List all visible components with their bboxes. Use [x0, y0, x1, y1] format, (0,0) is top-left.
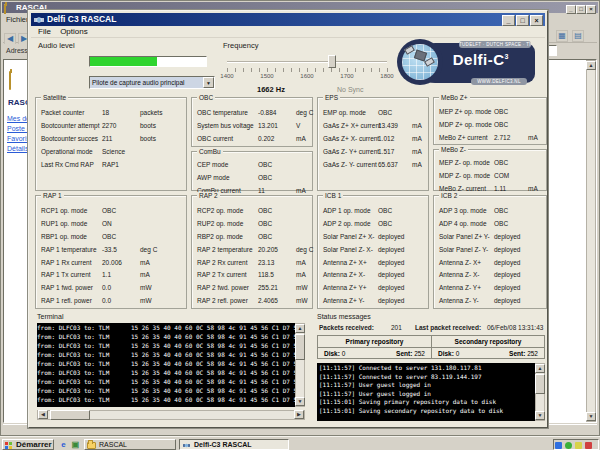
telemetry-value: deployed [378, 284, 404, 291]
telemetry-value: -0.884 [258, 109, 276, 116]
scroll-down-icon[interactable]: ▼ [535, 411, 545, 420]
telemetry-label: RAP 1 Rx current [41, 259, 91, 266]
frequency-slider-rail[interactable] [227, 61, 387, 63]
telemetry-row: RAP 1 temperature-33.5deg C [36, 244, 186, 257]
telemetry-row: Operational modeScience [36, 146, 186, 159]
telemetry-unit: mA [528, 134, 538, 141]
start-button[interactable]: Démarrer [2, 439, 54, 450]
frequency-slider-thumb[interactable] [328, 55, 336, 68]
telemetry-label: AWP mode [197, 174, 230, 181]
telemetry-unit: mA [412, 122, 422, 129]
telemetry-value: OBC [494, 207, 508, 214]
close-icon[interactable]: × [530, 15, 543, 26]
mebo-zminus-group: MeBo Z- MEP Z- op. modeOBCMDP Z- op. mod… [433, 149, 547, 191]
scroll-down-icon[interactable]: ▼ [295, 397, 305, 406]
telemetry-label: Packet counter [41, 109, 84, 116]
tick-label: 1800 [376, 73, 398, 79]
menu-options[interactable]: Options [60, 27, 88, 36]
maximize-icon[interactable]: □ [576, 5, 586, 14]
telemetry-value: 0.202 [258, 135, 274, 142]
telemetry-value: OBC [494, 159, 508, 166]
tray-volume-icon[interactable] [575, 442, 582, 449]
eps-group: EPS EMP op. modeOBCGaAs Z+ X+ current13.… [317, 97, 429, 191]
scroll-thumb[interactable] [535, 374, 545, 394]
telemetry-unit: boots [140, 135, 156, 142]
terminal-line: from: DLFC03 to: TLM 15 26 35 40 40 60 0… [37, 386, 295, 395]
telemetry-value: deployed [378, 246, 404, 253]
telemetry-value: deployed [494, 297, 520, 304]
telemetry-value: OBC [378, 109, 392, 116]
telemetry-label: GaAs Z+ X+ current [323, 122, 381, 129]
close-icon[interactable]: × [586, 5, 596, 14]
status-log-scrollbar[interactable]: ▲ ▼ [535, 363, 545, 421]
telemetry-row: RAP 2 Rx current23.13mA [192, 257, 312, 270]
telemetry-value: 2.4065 [258, 297, 278, 304]
icb1-group: ICB 1 ADP 1 op. modeOBCADP 2 op. modeOBC… [317, 195, 429, 309]
frequency-tick-labels: 1400 1500 1600 1700 1800 [221, 73, 393, 81]
telemetry-row: OBC current0.202mA [192, 133, 312, 146]
terminal-line: from: DLFC03 to: TLM 15 26 35 40 40 60 0… [37, 377, 295, 386]
audio-level-meter [89, 56, 207, 67]
terminal-vscrollbar[interactable]: ▲ ▼ [295, 323, 305, 407]
scroll-up-icon[interactable]: ▲ [295, 324, 305, 333]
telemetry-value: OBC [258, 233, 272, 240]
telemetry-value: 1.517 [378, 148, 394, 155]
minimize-icon[interactable]: _ [566, 5, 576, 14]
menu-file[interactable]: File [38, 27, 51, 36]
taskbar: Démarrer e ▣ RASCAL Delfi-C3 RASCAL [0, 436, 600, 450]
terminal-line: from: DLFC03 to: TLM 15 26 35 40 40 60 0… [37, 350, 295, 359]
telemetry-row: Antenna Z+ Y+deployed [318, 282, 428, 295]
frequency-ticks [227, 68, 388, 72]
scroll-up-icon[interactable]: ▲ [586, 61, 596, 70]
ie-quicklaunch-icon[interactable]: e [58, 439, 69, 450]
app-title: Delfi C3 RASCAL [47, 14, 116, 24]
telemetry-value: 23.13 [258, 259, 274, 266]
telemetry-label: RUP2 op. mode [197, 220, 243, 227]
telemetry-value: deployed [494, 233, 520, 240]
maximize-icon[interactable]: □ [516, 15, 529, 26]
scroll-down-icon[interactable]: ▼ [586, 412, 596, 421]
telemetry-value: ON [102, 220, 112, 227]
frequency-label: Frequency [223, 41, 258, 50]
status-log-line: [11:11:57] User guest logged in [319, 381, 533, 390]
bg-scrollbar[interactable]: ▲ ▼ [586, 60, 596, 422]
scroll-right-icon[interactable]: ▶ [294, 410, 304, 419]
telemetry-unit: mA [412, 135, 422, 142]
telemetry-row: RUP2 op. modeOBC [192, 218, 312, 231]
tray-status-icon[interactable] [565, 442, 572, 449]
telemetry-unit: mW [296, 284, 308, 291]
telemetry-value: 1.012 [378, 135, 394, 142]
tick-label: 1500 [256, 73, 278, 79]
scroll-thumb[interactable] [295, 334, 305, 360]
group-title: ICB 2 [439, 192, 459, 199]
app-titlebar[interactable]: Delfi C3 RASCAL _□× [31, 13, 545, 26]
windows-logo-icon [5, 442, 13, 449]
scroll-thumb[interactable] [50, 410, 90, 420]
telemetry-value: OBC [494, 108, 508, 115]
terminal-section: Terminal from: DLFC03 to: TLM 15 26 35 4… [35, 313, 309, 425]
folder-icon[interactable] [9, 71, 11, 90]
minimize-icon[interactable]: _ [502, 15, 515, 26]
telemetry-value: COM [494, 172, 509, 179]
folders-icon[interactable]: ▤ [572, 30, 584, 42]
views-icon[interactable]: ▦ [556, 30, 568, 42]
telemetry-label: RAP 2 Rx current [197, 259, 247, 266]
group-title: ComBu [197, 148, 223, 155]
taskbar-button-delfi[interactable]: Delfi-C3 RASCAL [179, 439, 289, 450]
taskbar-button-rascal[interactable]: RASCAL [84, 439, 176, 450]
tray-app-icon[interactable] [585, 442, 592, 449]
telemetry-row: GaAs Z+ X+ current13.439mA [318, 120, 428, 133]
telemetry-label: MeBo Z+ current [439, 134, 488, 141]
audio-device-combobox[interactable]: Pilote de capture audio principal ▼ [89, 76, 215, 89]
chevron-down-icon[interactable]: ▼ [203, 77, 214, 88]
rap2-group: RAP 2 RCP2 op. modeOBCRUP2 op. modeOBCRB… [191, 195, 313, 309]
telemetry-unit: mA [412, 148, 422, 155]
scroll-up-icon[interactable]: ▲ [535, 364, 545, 373]
tray-network-icon[interactable] [555, 442, 562, 449]
terminal-hscrollbar[interactable]: ◀ ▶ [37, 410, 305, 420]
telemetry-value: RAP1 [102, 161, 119, 168]
desktop-quicklaunch-icon[interactable]: ▣ [70, 439, 81, 450]
scroll-left-icon[interactable]: ◀ [38, 410, 48, 419]
telemetry-row: ADP 4 op. modeOBC [434, 218, 546, 231]
telemetry-row: Antenna Z+ Y-deployed [318, 295, 428, 308]
